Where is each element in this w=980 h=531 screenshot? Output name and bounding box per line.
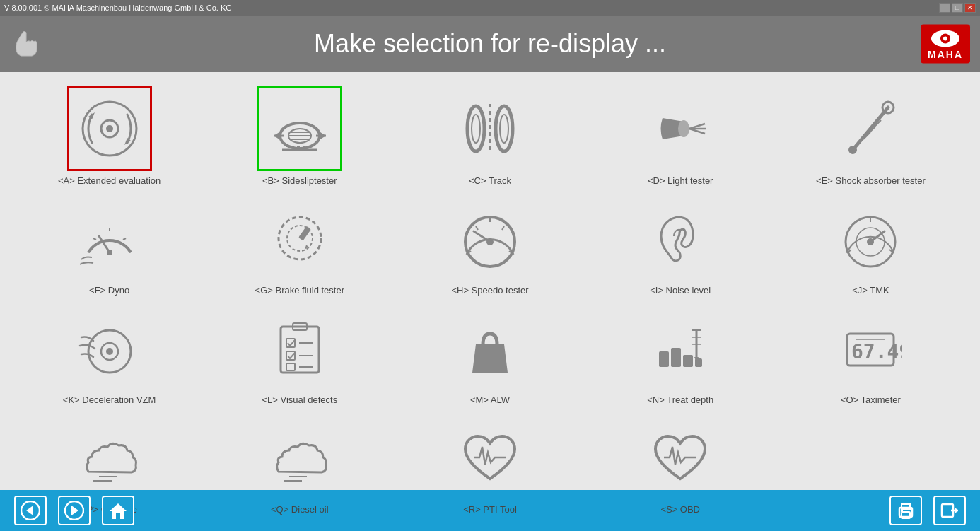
item-label-N: <N> Treat depth [647,395,713,405]
icon-box-G [257,196,342,281]
grid-item-J[interactable]: <J> TMK [783,196,959,298]
grid-item-G[interactable]: <G> Brake fluid tester [211,196,387,298]
titlebar-controls: _ □ ✕ [939,3,976,13]
svg-marker-91 [110,503,127,519]
icon-box-Q [257,415,342,500]
grid-item-H[interactable]: <H> Speedo tester [402,196,578,298]
svg-point-24 [678,120,689,137]
item-label-G: <G> Brake fluid tester [255,285,344,296]
svg-rect-95 [901,510,903,512]
svg-point-2 [943,36,947,40]
header: Make selection for re-display ... MAHA [0,16,980,72]
svg-point-21 [496,106,513,151]
grid-item-K[interactable]: <K> Deceleration VZM [21,305,197,408]
icon-box-R [448,415,532,500]
svg-point-40 [107,250,112,255]
icon-box-J [828,196,913,281]
svg-line-49 [476,226,478,230]
item-label-E: <E> Shock absorber tester [816,175,926,186]
item-label-K: <K> Deceleration VZM [63,395,156,405]
svg-line-51 [502,226,504,230]
icon-box-K [67,305,152,390]
svg-line-28 [853,107,888,150]
item-label-S: <S> OBD [660,504,700,515]
grid-item-F[interactable]: <F> Dyno [21,196,197,298]
icon-box-I [638,196,723,281]
item-grid: <A> Extended evaluation [21,86,959,476]
grid-item-O[interactable]: 67.49 <O> Taximeter [783,305,959,408]
grid-item-D[interactable]: <D> Light tester [593,86,769,189]
item-label-B: <B> Sidesliptester [262,175,337,186]
maha-logo: MAHA [921,25,970,64]
icon-box-M [448,305,532,390]
icon-box-N [638,305,723,390]
svg-marker-16 [320,132,326,139]
item-label-H: <H> Speedo tester [451,285,528,296]
back-button[interactable] [14,496,47,525]
print-button[interactable] [889,496,922,525]
svg-rect-73 [683,355,693,367]
item-label-M: <M> ALW [470,395,510,405]
icon-box-D [638,86,723,171]
svg-point-19 [467,106,484,151]
svg-point-5 [106,125,113,132]
svg-point-55 [867,238,874,245]
svg-rect-69 [286,363,295,370]
svg-text:67.49: 67.49 [851,340,902,363]
svg-rect-72 [671,348,681,367]
icon-box-C [448,86,532,171]
svg-point-22 [500,115,508,143]
svg-rect-43 [298,226,311,241]
svg-point-62 [106,348,113,355]
item-label-R: <R> PTI Tool [463,504,517,515]
grid-item-E[interactable]: <E> Shock absorber tester [783,86,959,189]
grid-item-C[interactable]: <C> Track [402,86,578,189]
main-content: <A> Extended evaluation [0,72,980,490]
grid-item-I[interactable]: <I> Noise level [593,196,769,298]
icon-box-H [448,196,532,281]
icon-box-F [67,196,152,281]
svg-marker-88 [26,506,33,515]
icon-box-P [67,415,152,500]
icon-box-O: 67.49 [828,305,913,390]
exit-button[interactable] [933,496,966,525]
item-label-C: <C> Track [469,175,511,186]
footer-right [889,496,966,525]
icon-box-L [257,305,342,390]
grid-item-R[interactable]: <R> PTI Tool [402,415,578,518]
svg-marker-14 [274,132,279,139]
svg-line-37 [123,238,126,240]
grid-item-Q[interactable]: <Q> Diesel oil [211,415,387,518]
icon-box-B [257,86,342,171]
svg-rect-71 [659,351,669,367]
close-button[interactable]: ✕ [964,3,976,13]
svg-marker-98 [955,508,958,513]
forward-button[interactable] [58,496,91,525]
icon-box-A [67,86,152,171]
item-label-D: <D> Light tester [648,175,713,186]
item-label-O: <O> Taximeter [841,395,901,405]
grid-item-S[interactable]: <S> OBD [593,415,769,518]
svg-point-20 [472,115,480,143]
svg-marker-90 [71,506,78,515]
svg-point-47 [486,238,494,245]
grid-item-M[interactable]: <M> ALW [402,305,578,408]
item-label-A: <A> Extended evaluation [58,175,161,186]
grid-item-N[interactable]: <N> Treat depth [593,305,769,408]
grid-item-B[interactable]: <B> Sidesliptester [211,86,387,189]
icon-box-S [638,415,723,500]
grid-item-A[interactable]: <A> Extended evaluation [21,86,197,189]
svg-line-35 [93,238,96,240]
item-label-F: <F> Dyno [89,285,129,296]
svg-point-30 [848,146,857,154]
maximize-button[interactable]: □ [952,3,963,13]
minimize-button[interactable]: _ [939,3,950,13]
home-button[interactable] [102,496,134,525]
titlebar: V 8.00.001 © MAHA Maschinenbau Haldenwan… [0,0,980,16]
item-label-J: <J> TMK [852,285,889,296]
svg-line-39 [99,236,110,252]
grid-item-L[interactable]: <L> Visual defects [211,305,387,408]
titlebar-text: V 8.00.001 © MAHA Maschinenbau Haldenwan… [4,4,232,12]
item-label-I: <I> Noise level [650,285,711,296]
header-title: Make selection for re-display ... [314,29,666,59]
